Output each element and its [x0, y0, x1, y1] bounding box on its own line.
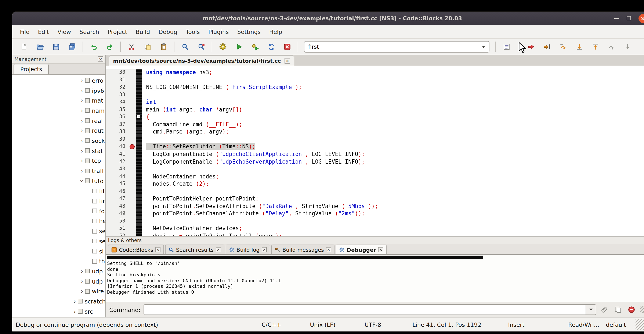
expand-arrow-icon[interactable]: ›: [72, 298, 78, 304]
breakpoint-margin[interactable]: [129, 217, 136, 225]
line-number[interactable]: 44: [106, 173, 129, 180]
step-into-instruction-button[interactable]: [621, 41, 634, 53]
menu-item-search[interactable]: Search: [75, 28, 104, 35]
tree-item-sock[interactable]: ›sock: [12, 136, 106, 146]
breakpoint-margin[interactable]: [129, 106, 136, 113]
maximize-icon[interactable]: [627, 16, 631, 20]
log-selected-line[interactable]: [107, 256, 483, 259]
tree-item-tcp[interactable]: ›tcp: [12, 156, 106, 166]
tree-item-scratch[interactable]: ›scratch: [12, 296, 106, 306]
command-input[interactable]: [144, 304, 586, 315]
resize-grip[interactable]: [640, 306, 644, 313]
build-and-run-button[interactable]: [248, 41, 262, 53]
breakpoint-margin[interactable]: [129, 84, 136, 91]
line-number[interactable]: 31: [106, 76, 129, 84]
debugger-log[interactable]: Setting SHELL to '/bin/sh'doneSetting br…: [106, 255, 644, 302]
expand-arrow-icon[interactable]: ›: [79, 128, 85, 134]
tree-item-erro[interactable]: ›erro: [12, 76, 106, 85]
line-number[interactable]: 42: [106, 158, 129, 165]
log-tab-build-log[interactable]: Build log×: [226, 245, 270, 254]
tree-item-se[interactable]: se: [12, 236, 106, 246]
collapse-arrow-icon[interactable]: ›: [79, 178, 85, 184]
menu-item-plugins[interactable]: Plugins: [204, 28, 233, 35]
menu-item-edit[interactable]: Edit: [34, 28, 53, 35]
open-file-button[interactable]: [33, 41, 46, 53]
line-number[interactable]: 38: [106, 128, 129, 136]
next-line-button[interactable]: [556, 41, 570, 53]
close-tab-icon[interactable]: ×: [285, 58, 290, 64]
find-button[interactable]: [178, 41, 192, 53]
minimize-icon[interactable]: [614, 18, 619, 19]
breakpoint-margin[interactable]: [129, 210, 136, 217]
expand-arrow-icon[interactable]: ›: [79, 268, 85, 274]
tree-item-rout[interactable]: ›rout: [12, 126, 106, 136]
expand-arrow-icon[interactable]: ›: [72, 308, 78, 314]
line-number[interactable]: 47: [106, 195, 129, 203]
expand-arrow-icon[interactable]: ›: [79, 158, 85, 164]
expand-arrow-icon[interactable]: ›: [79, 78, 85, 84]
tree-item-nam[interactable]: ›nam: [12, 106, 106, 116]
line-number[interactable]: 45: [106, 180, 129, 188]
expand-arrow-icon[interactable]: ›: [79, 88, 85, 94]
line-number[interactable]: 35: [106, 106, 129, 113]
breakpoint-margin[interactable]: [129, 136, 136, 143]
line-number[interactable]: 37: [106, 121, 129, 128]
tree-item-si[interactable]: si: [12, 246, 106, 256]
tree-item-src[interactable]: ›src: [12, 306, 106, 316]
line-number[interactable]: 49: [106, 210, 129, 217]
tree-item-real[interactable]: ›real: [12, 116, 106, 126]
log-tab-code-blocks[interactable]: Code::Blocks×: [108, 245, 164, 254]
line-number[interactable]: 48: [106, 203, 129, 210]
tree-item-fif[interactable]: fif: [12, 186, 106, 196]
line-number[interactable]: 51: [106, 225, 129, 232]
close-tab-icon[interactable]: ×: [378, 247, 384, 252]
stop-debugger-button[interactable]: [626, 304, 637, 315]
close-tab-icon[interactable]: ×: [216, 247, 221, 252]
breakpoint-margin[interactable]: [129, 225, 136, 232]
breakpoint-margin[interactable]: [129, 128, 136, 136]
paste-button[interactable]: [157, 41, 170, 53]
expand-arrow-icon[interactable]: ›: [79, 168, 85, 174]
breakpoint-margin[interactable]: [129, 165, 136, 173]
title-bar[interactable]: mnt/dev/tools/source/ns-3-dev/examples/t…: [12, 12, 644, 25]
copy-log-button[interactable]: [613, 304, 623, 315]
breakpoint-margin[interactable]: [129, 69, 136, 76]
menu-item-project[interactable]: Project: [103, 28, 131, 35]
redo-button[interactable]: [103, 41, 116, 53]
build-button[interactable]: [216, 41, 230, 53]
build-target-combo[interactable]: first: [304, 41, 490, 52]
breakpoint-margin[interactable]: [129, 143, 136, 150]
tree-item-stat[interactable]: ›stat: [12, 146, 106, 156]
menu-item-help[interactable]: Help: [265, 28, 286, 35]
breakpoint-margin[interactable]: [129, 158, 136, 165]
breakpoint-margin[interactable]: [129, 180, 136, 188]
step-into-button[interactable]: [572, 41, 586, 53]
log-tab-search-results[interactable]: Search results×: [165, 245, 224, 254]
close-tab-icon[interactable]: ×: [156, 247, 160, 252]
code-editor[interactable]: 30using namespace ns3;3132NS_LOG_COMPONE…: [106, 66, 644, 236]
expand-arrow-icon[interactable]: ›: [79, 148, 85, 154]
breakpoint-margin[interactable]: [129, 173, 136, 180]
line-number[interactable]: 39: [106, 136, 129, 143]
save-file-button[interactable]: [49, 41, 63, 53]
tree-item-he[interactable]: he: [12, 216, 106, 226]
close-icon[interactable]: ×: [638, 14, 644, 23]
tree-item-fir[interactable]: fir: [12, 196, 106, 206]
log-tab-debugger[interactable]: Debugger×: [336, 245, 387, 254]
expand-arrow-icon[interactable]: ›: [79, 288, 85, 294]
expand-arrow-icon[interactable]: ›: [79, 108, 85, 114]
new-file-button[interactable]: [17, 41, 30, 53]
step-out-button[interactable]: [588, 41, 602, 53]
menu-item-build[interactable]: Build: [132, 28, 154, 35]
breakpoint-margin[interactable]: [129, 188, 136, 195]
next-instruction-button[interactable]: [604, 41, 618, 53]
attach-button[interactable]: [599, 304, 610, 315]
rebuild-button[interactable]: [264, 41, 278, 53]
line-number[interactable]: 50: [106, 217, 129, 225]
replace-button[interactable]: [194, 41, 208, 53]
close-panel-icon[interactable]: ×: [98, 56, 103, 62]
menu-item-tools[interactable]: Tools: [182, 28, 204, 35]
tree-item-udp[interactable]: ›udp-: [12, 276, 106, 286]
breakpoint-margin[interactable]: [129, 98, 136, 106]
breakpoint-margin[interactable]: [129, 150, 136, 158]
